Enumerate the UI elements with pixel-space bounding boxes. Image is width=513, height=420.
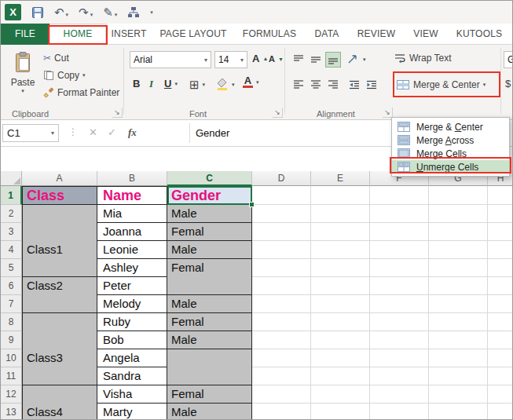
tab-file[interactable]: FILE [1,24,49,45]
cell-F13[interactable] [370,404,429,420]
cell-F2[interactable] [370,205,429,223]
cell-G1[interactable] [429,186,488,205]
cell-C7[interactable]: Male [167,295,252,313]
cell-A10[interactable]: Class3 [22,349,97,367]
copy-button[interactable]: Copy ▾ [43,70,86,81]
cell-G8[interactable] [429,313,488,331]
cell-D9[interactable] [252,331,311,349]
customize-qat-button[interactable]: ▾ [150,9,153,16]
cell-E10[interactable] [311,349,370,367]
cell-D13[interactable] [252,404,311,420]
cell-C6[interactable] [167,277,252,295]
cell-B3[interactable]: Joanna [97,223,167,241]
cell-F10[interactable] [370,349,429,367]
cell-G2[interactable] [429,205,488,223]
cell-E1[interactable] [311,186,370,205]
row-header-10[interactable]: 10 [1,349,22,367]
cell-F3[interactable] [370,223,429,241]
cell-G7[interactable] [429,295,488,313]
cell-C3[interactable]: Femal [167,223,252,241]
cell-E5[interactable] [311,259,370,277]
align-center-button[interactable] [308,77,324,93]
cell-E12[interactable] [311,385,370,404]
wrap-text-button[interactable]: Wrap Text [394,53,452,64]
cell-F11[interactable] [370,367,429,385]
save-button[interactable] [31,6,44,19]
cell-D12[interactable] [252,385,311,404]
tab-page-layout[interactable]: PAGE LAYOUT [152,24,235,45]
insert-function-button[interactable]: fx [128,126,137,139]
cell-H11[interactable] [488,367,513,385]
number-format-combo[interactable]: Ge [504,51,513,68]
cell-A5[interactable] [22,259,97,277]
row-header-13[interactable]: 13 [1,404,22,420]
cell-B10[interactable]: Angela [97,349,167,367]
cell-E3[interactable] [311,223,370,241]
italic-button[interactable]: I [149,78,153,90]
row-header-2[interactable]: 2 [1,205,22,223]
pen-tool-button[interactable]: ✎▾ [103,6,117,19]
cell-H13[interactable] [488,404,513,420]
cell-G13[interactable] [429,404,488,420]
align-bottom-button[interactable] [325,52,341,68]
row-header-7[interactable]: 7 [1,295,22,313]
font-dialog-launcher[interactable]: ↘ [273,108,283,118]
fill-handle[interactable] [249,202,255,207]
clipboard-dialog-launcher[interactable]: ↘ [112,108,123,118]
cell-E11[interactable] [311,367,370,385]
cell-H10[interactable] [488,349,513,367]
col-header-E[interactable]: E [311,171,370,186]
row-header-3[interactable]: 3 [1,223,22,241]
underline-button[interactable]: U ▾ [164,78,178,89]
cell-A6[interactable]: Class2 [22,277,97,295]
accounting-format-button[interactable]: $ [505,78,511,89]
cell-H5[interactable] [488,259,513,277]
cell-C13[interactable]: Male [167,404,252,420]
cell-C10[interactable] [167,349,252,367]
menu-item-merge-across[interactable]: Merge Across [392,133,509,147]
row-header-6[interactable]: 6 [1,277,22,295]
formula-bar-input[interactable]: Gender [196,120,229,147]
cell-A12[interactable] [22,385,97,404]
cell-G12[interactable] [429,385,488,404]
cell-A11[interactable] [22,367,97,385]
tab-review[interactable]: REVIEW [350,24,403,45]
diagram-tool-button[interactable] [127,6,140,18]
cell-E9[interactable] [311,331,370,349]
borders-button[interactable]: ⊞ ▾ [189,78,205,92]
tab-data[interactable]: DATA [304,24,350,45]
cell-C8[interactable]: Femal [167,313,252,331]
cell-D1[interactable] [252,186,311,205]
cell-G3[interactable] [429,223,488,241]
cell-H6[interactable] [488,277,513,295]
tab-view[interactable]: VIEW [403,24,449,45]
cell-C11[interactable] [167,367,252,385]
align-right-button[interactable] [325,77,341,93]
cell-D4[interactable] [252,241,311,259]
cell-E4[interactable] [311,241,370,259]
cell-B8[interactable]: Ruby [97,313,167,331]
cell-H7[interactable] [488,295,513,313]
cell-C2[interactable]: Male [167,205,252,223]
cell-G10[interactable] [429,349,488,367]
cell-F5[interactable] [370,259,429,277]
cell-H1[interactable] [488,186,513,205]
menu-item-merge-and-center[interactable]: Merge & Center [392,120,509,133]
cell-B6[interactable]: Peter [97,277,167,295]
cell-E8[interactable] [311,313,370,331]
menu-item-unmerge-cells[interactable]: Unmerge Cells [392,160,509,173]
cell-A13[interactable]: Class4 [22,404,97,420]
cell-H12[interactable] [488,385,513,404]
cell-B1[interactable]: Name [97,186,167,205]
cell-H8[interactable] [488,313,513,331]
cell-D3[interactable] [252,223,311,241]
cut-button[interactable]: ✂ Cut [43,53,69,64]
name-box[interactable]: C1 ▾ [2,124,59,142]
cell-A2[interactable] [22,205,97,223]
align-middle-button[interactable] [308,52,324,68]
cell-C5[interactable]: Femal [167,259,252,277]
align-left-button[interactable] [291,77,306,93]
cell-B5[interactable]: Ashley [97,259,167,277]
cell-F1[interactable] [370,186,429,205]
cell-F9[interactable] [370,331,429,349]
